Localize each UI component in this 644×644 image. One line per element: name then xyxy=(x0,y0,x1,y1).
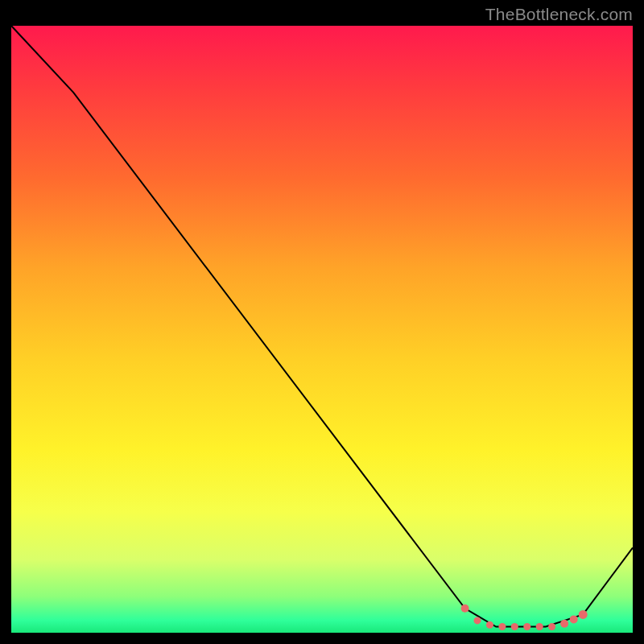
curve-marker xyxy=(498,623,506,630)
curve-marker xyxy=(474,617,481,624)
curve-marker xyxy=(511,623,518,630)
curve-marker xyxy=(579,610,588,619)
line-chart-svg xyxy=(11,26,633,633)
curve-marker xyxy=(523,623,530,630)
curve-marker xyxy=(548,623,555,630)
curve-marker xyxy=(461,605,469,613)
chart-stage: TheBottleneck.com xyxy=(0,0,644,644)
curve-marker xyxy=(570,615,578,623)
watermark-text: TheBottleneck.com xyxy=(485,5,633,24)
plot-area xyxy=(11,26,633,633)
bottleneck-curve xyxy=(11,26,633,627)
chart-layer xyxy=(11,26,633,630)
curve-marker xyxy=(486,621,493,629)
curve-marker xyxy=(536,623,543,630)
curve-marker xyxy=(560,620,568,628)
